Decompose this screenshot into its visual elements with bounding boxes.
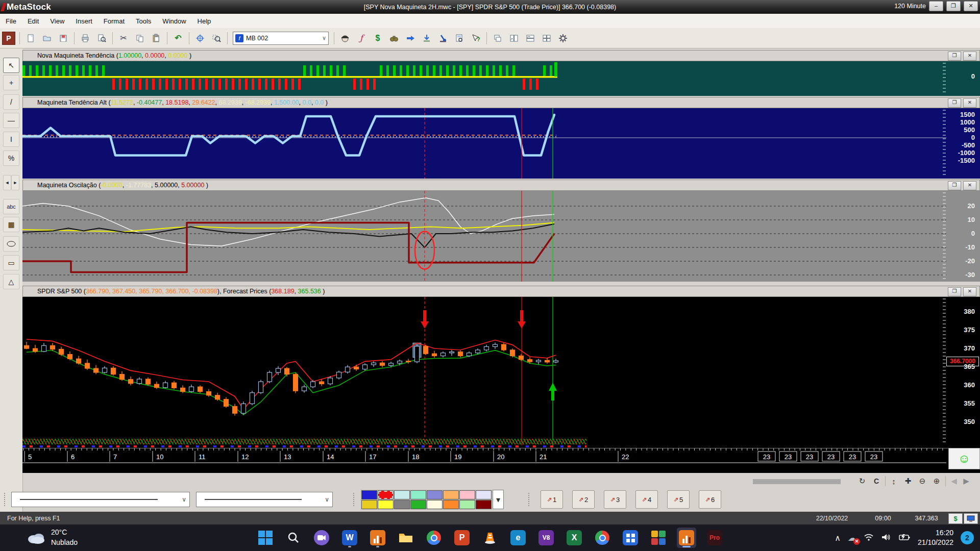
- rectangle-tool[interactable]: ▭: [3, 255, 19, 270]
- chart-preset-button-2[interactable]: ⇗2: [572, 490, 595, 509]
- system-tester-icon[interactable]: [435, 31, 451, 46]
- color-swatch[interactable]: [410, 490, 426, 499]
- panel-close-icon[interactable]: ✕: [963, 52, 976, 61]
- color-swatch[interactable]: [410, 500, 426, 509]
- menu-view[interactable]: View: [44, 15, 70, 28]
- layout-combobox[interactable]: f MB 002 ∨: [233, 32, 329, 45]
- panel-restore-icon[interactable]: ❐: [948, 98, 961, 108]
- refresh-icon[interactable]: ↻: [855, 475, 869, 487]
- chart-preset-button-6[interactable]: ⇗6: [699, 490, 721, 509]
- panel-header-maquineta-oscilacao[interactable]: Maquineta Oscilação (-0.0000, -1.77783, …: [22, 180, 980, 191]
- zoom-in-icon[interactable]: ⊕: [930, 475, 943, 487]
- copy-icon[interactable]: [132, 31, 148, 46]
- panel-restore-icon[interactable]: ❐: [948, 52, 961, 61]
- print-icon[interactable]: [78, 31, 93, 46]
- tray-chevron-icon[interactable]: ∧: [835, 533, 841, 543]
- report-icon[interactable]: [452, 31, 467, 46]
- grid-tool[interactable]: ▦: [3, 217, 19, 232]
- taskbar-icon-edge[interactable]: e: [508, 528, 528, 548]
- crosshair-icon[interactable]: [192, 31, 208, 46]
- panel-restore-icon[interactable]: ❐: [948, 287, 961, 296]
- taskbar-icon-metastock-chart[interactable]: [368, 528, 387, 548]
- chart-preset-button-5[interactable]: ⇗5: [667, 490, 690, 509]
- panel-header-maquineta-tendencia-alt[interactable]: Maquineta Tendência Alt (11.5272, -0.404…: [22, 97, 980, 108]
- taskbar-icon-file-explorer[interactable]: [396, 528, 415, 548]
- taskbar-icon-word[interactable]: W: [340, 528, 359, 548]
- taskbar-icon-v8-app[interactable]: V8: [536, 528, 556, 548]
- color-palette[interactable]: [360, 489, 493, 510]
- color-swatch[interactable]: [476, 500, 492, 509]
- taskbar-icon-browser[interactable]: [593, 528, 612, 548]
- color-swatch[interactable]: [394, 500, 410, 509]
- menu-window[interactable]: Window: [157, 15, 191, 28]
- color-swatch[interactable]: [394, 490, 410, 499]
- print-preview-icon[interactable]: [94, 31, 109, 46]
- horizontal-line-tool[interactable]: —: [3, 113, 19, 128]
- expert-advisor-icon[interactable]: [403, 31, 418, 46]
- minimize-button[interactable]: –: [929, 1, 943, 11]
- taskbar-icon-chrome[interactable]: [424, 528, 444, 548]
- chart-preset-button-4[interactable]: ⇗4: [635, 490, 658, 509]
- taskbar-icon-cards-app[interactable]: [649, 528, 668, 548]
- page-forward-icon[interactable]: ▶: [960, 475, 973, 487]
- panel-maquineta-tendencia-alt[interactable]: 150010005000-500-1000-1500: [22, 108, 980, 179]
- color-swatch[interactable]: [361, 500, 377, 509]
- battery-icon[interactable]: [898, 533, 911, 543]
- crosshair-tool[interactable]: +: [3, 75, 19, 90]
- page-back-icon[interactable]: ◀: [947, 475, 961, 487]
- color-swatch[interactable]: [459, 500, 475, 509]
- undo-icon[interactable]: ↶: [170, 31, 186, 46]
- monitor-status-button[interactable]: [964, 513, 978, 524]
- color-swatch[interactable]: [443, 490, 459, 499]
- pan-icon[interactable]: ✚: [901, 475, 915, 487]
- options-gear-icon[interactable]: [555, 31, 571, 46]
- taskbar-icon-start[interactable]: [256, 528, 275, 548]
- cascade-windows-icon[interactable]: [490, 31, 505, 46]
- clock-widget[interactable]: 16:20 21/10/2022: [918, 528, 953, 547]
- menu-format[interactable]: Format: [98, 15, 130, 28]
- color-swatch[interactable]: [427, 500, 443, 509]
- percent-tool[interactable]: %: [3, 151, 19, 166]
- cut-icon[interactable]: ✂: [116, 31, 131, 46]
- tile-grid-icon[interactable]: [539, 31, 554, 46]
- zoom-out-icon[interactable]: ⊖: [916, 475, 929, 487]
- color-swatch[interactable]: [378, 490, 394, 499]
- taskbar-icon-powerpoint[interactable]: P: [452, 528, 472, 548]
- panel-spdr-sp500-candles[interactable]: 366.7000 380375370365360355350: [22, 297, 980, 448]
- taskbar-icon-excel[interactable]: X: [565, 528, 584, 548]
- text-tool[interactable]: I: [3, 132, 19, 147]
- onedrive-error-icon[interactable]: ☁✕: [848, 533, 856, 543]
- color-swatch[interactable]: [476, 490, 492, 499]
- menu-edit[interactable]: Edit: [22, 15, 44, 28]
- color-swatch[interactable]: [459, 490, 475, 499]
- zoom-dotted-icon[interactable]: [209, 31, 224, 46]
- vertical-fit-icon[interactable]: ↕: [887, 475, 900, 487]
- menu-tools[interactable]: Tools: [130, 15, 157, 28]
- taskbar-icon-vlc[interactable]: [480, 528, 500, 548]
- color-swatch[interactable]: [378, 500, 394, 509]
- triangle-tool[interactable]: △: [3, 274, 19, 289]
- panel-maquineta-oscilacao[interactable]: 20100-10-20-30: [22, 191, 980, 282]
- scroll-left[interactable]: ◄: [3, 175, 11, 190]
- menu-file[interactable]: File: [0, 15, 22, 28]
- scroll-right[interactable]: ►: [11, 175, 19, 190]
- indicator-builder-icon[interactable]: ƒ: [354, 31, 369, 46]
- taskbar-icon-metastock-active[interactable]: [677, 528, 696, 548]
- panel-restore-icon[interactable]: ❐: [948, 181, 961, 190]
- pointer-tool[interactable]: ↖: [3, 58, 19, 73]
- panel-header-nova-maquineta-tendencia[interactable]: Nova Maquineta Tendência (1.00000, 0.000…: [22, 50, 980, 61]
- line-style-dropdown[interactable]: ∨: [11, 492, 190, 507]
- palette-more-button[interactable]: ▾: [493, 490, 504, 509]
- abc-tool[interactable]: abc: [3, 199, 19, 214]
- help-pointer-icon[interactable]: ?: [468, 31, 483, 46]
- binoculars-icon[interactable]: [386, 31, 402, 46]
- panel-close-icon[interactable]: ✕: [963, 98, 976, 108]
- color-swatch[interactable]: [427, 490, 443, 499]
- volume-icon[interactable]: [881, 533, 891, 543]
- panel-nova-maquineta-tendencia[interactable]: 0: [22, 61, 980, 96]
- panel-header-spdr-sp500[interactable]: SPDR S&P 500 (366.790, 367.450, 365.790,…: [22, 286, 980, 297]
- tile-vertical-icon[interactable]: [506, 31, 522, 46]
- notification-badge[interactable]: 2: [961, 531, 974, 544]
- paste-icon[interactable]: [149, 31, 164, 46]
- chart-preset-button-1[interactable]: ⇗1: [541, 490, 563, 509]
